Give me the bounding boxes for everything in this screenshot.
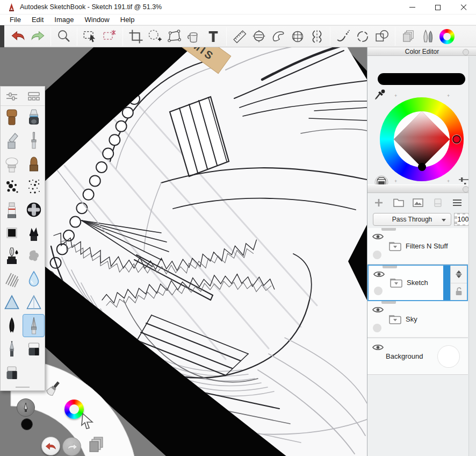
redo-tool[interactable]: [28, 27, 47, 46]
color-wheel-tool[interactable]: [437, 27, 457, 46]
layer-lock-indicator[interactable]: [373, 324, 381, 332]
brush-wedge-flat[interactable]: [1, 291, 23, 314]
french-curve-tool[interactable]: [269, 27, 288, 46]
group-folder-icon[interactable]: [389, 241, 401, 251]
lagoon-ink-dot[interactable]: [21, 418, 33, 430]
layers-tool[interactable]: [399, 27, 418, 46]
menu-edit[interactable]: Edit: [26, 16, 49, 24]
text-tool[interactable]: [204, 27, 223, 46]
brush-mop-brush[interactable]: [1, 152, 23, 175]
select-tool[interactable]: [81, 27, 100, 46]
group-folder-icon[interactable]: [389, 315, 401, 324]
layer-lock-indicator[interactable]: [373, 251, 381, 259]
brush-splatter[interactable]: [1, 175, 23, 198]
deselect-tool[interactable]: [100, 27, 119, 46]
layer-visibility-toggle[interactable]: [372, 306, 384, 314]
ellipse-guide-tool[interactable]: [249, 27, 269, 46]
layers-icon: [88, 435, 105, 453]
lagoon-layers-tool[interactable]: [87, 434, 105, 454]
layer-visibility-toggle[interactable]: [373, 270, 385, 278]
crop-tool[interactable]: [126, 27, 146, 46]
layer-visibility-toggle[interactable]: [372, 344, 384, 351]
distort-tool[interactable]: [165, 27, 184, 46]
steady-stroke-tool[interactable]: [334, 27, 353, 46]
brush-settings-icon[interactable]: [5, 91, 18, 102]
shapes-tool[interactable]: [372, 27, 392, 46]
brush-soft-eraser[interactable]: [1, 360, 23, 383]
panel-scroll-strip[interactable]: [468, 56, 476, 456]
background-color-swatch[interactable]: [438, 346, 459, 367]
layer-row-sketch[interactable]: Sketch: [367, 265, 468, 301]
brush-sphere-brush[interactable]: [23, 198, 45, 222]
brush-cork-dauber[interactable]: [1, 106, 23, 129]
ellipse-tool[interactable]: [353, 27, 372, 46]
maximize-button[interactable]: [425, 0, 450, 15]
brush-airbrush[interactable]: [23, 106, 45, 129]
add-layer-icon[interactable]: [373, 197, 385, 208]
brush-chisel-marker[interactable]: [1, 129, 23, 152]
brush-hatch-pencil[interactable]: [1, 268, 23, 291]
brush-graphite-smudge[interactable]: [23, 245, 45, 268]
blend-mode-select[interactable]: Pass Through: [373, 213, 451, 226]
fill-tool[interactable]: [184, 27, 204, 46]
brush-needle-pen[interactable]: [23, 314, 45, 337]
selected-layer-bar[interactable]: [443, 266, 450, 300]
menu-file[interactable]: File: [4, 16, 26, 24]
brush-inkwell-pen[interactable]: [1, 245, 23, 268]
import-image-icon[interactable]: [412, 197, 424, 208]
brush-felt-marker[interactable]: [1, 198, 23, 222]
hue-indicator[interactable]: [452, 135, 461, 144]
layer-row-filters-n-stuff[interactable]: Filters N Stuff: [367, 228, 468, 265]
symmetry-tool[interactable]: [307, 27, 327, 46]
brush-technical-pen[interactable]: [23, 129, 45, 152]
brush-square-stamp[interactable]: [1, 222, 23, 245]
duplicate-layer-icon[interactable]: [432, 197, 444, 208]
zoom-tool[interactable]: [54, 27, 74, 46]
layer-visibility-toggle[interactable]: [372, 233, 384, 240]
layer-reorder-handle[interactable]: [451, 266, 467, 283]
brush-hard-eraser[interactable]: [23, 337, 45, 360]
layer-lock-indicator[interactable]: [374, 287, 383, 295]
minimize-button[interactable]: [400, 0, 424, 15]
hue-wheel[interactable]: [380, 97, 464, 181]
color-editor-collapse-button[interactable]: [463, 49, 469, 55]
lagoon-pen-puck[interactable]: [17, 398, 35, 417]
layer-row-sky[interactable]: Sky: [367, 301, 468, 338]
inkwell-pen-icon: [4, 247, 20, 266]
undo-tool[interactable]: [9, 27, 28, 46]
brush-wood-dauber[interactable]: [23, 152, 45, 175]
lagoon-cursor-tool[interactable]: [79, 412, 96, 430]
transform-tool[interactable]: [146, 27, 165, 46]
deselect-icon: [102, 28, 118, 45]
sv-cursor[interactable]: [418, 163, 426, 171]
menu-window[interactable]: Window: [80, 16, 115, 24]
wedge-flat-icon: [4, 293, 20, 312]
perspective-tool[interactable]: [288, 27, 307, 46]
brushes-tool[interactable]: [418, 27, 437, 46]
brush-water-drop[interactable]: [23, 268, 45, 291]
sketchbook-window: Autodesk SketchBook - Sketch 191.tif @ 5…: [0, 0, 476, 456]
add-group-icon[interactable]: [393, 197, 405, 208]
current-color-swatch[interactable]: [378, 73, 465, 85]
ruler-tool[interactable]: [230, 27, 249, 46]
menu-image[interactable]: Image: [49, 16, 79, 24]
lagoon-redo-puck[interactable]: [62, 437, 81, 456]
brush-splatter-spray[interactable]: [23, 175, 45, 198]
brush-library-grid-icon[interactable]: [27, 91, 40, 102]
close-button[interactable]: [451, 0, 476, 15]
brush-palette-resize-handle[interactable]: [1, 384, 45, 390]
lagoon-brush-tool[interactable]: [43, 380, 62, 399]
brush-quill[interactable]: [1, 314, 23, 337]
color-editor-header[interactable]: Color Editor: [367, 47, 476, 56]
brush-wedge-outline[interactable]: [23, 291, 45, 314]
layer-row-background[interactable]: Background: [367, 339, 468, 375]
eyedropper-icon[interactable]: [374, 88, 387, 101]
brush-crown-brush[interactable]: [23, 222, 45, 245]
group-folder-icon[interactable]: [390, 278, 402, 288]
layer-editor-header[interactable]: [367, 184, 476, 193]
menu-help[interactable]: Help: [115, 16, 140, 24]
layer-menu-icon[interactable]: [451, 197, 463, 208]
layer-unlock-icon[interactable]: [451, 283, 467, 301]
lagoon-undo-puck[interactable]: [41, 437, 60, 455]
brush-ballpoint-pen[interactable]: [1, 337, 23, 360]
